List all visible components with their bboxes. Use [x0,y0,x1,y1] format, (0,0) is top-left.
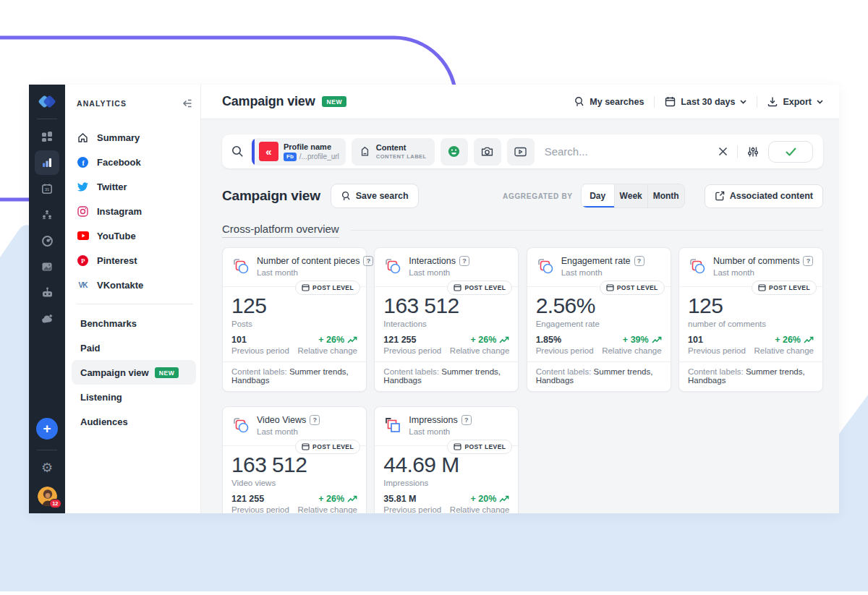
sidebar-item-instagram[interactable]: Instagram [77,199,193,223]
integrations-icon[interactable] [35,307,59,331]
sidebar-item-facebook[interactable]: f Facebook [77,150,193,174]
relative-change-label: Relative change [754,346,814,355]
help-icon[interactable]: ? [363,256,373,266]
instagram-icon [77,206,89,217]
chevron-down-icon [817,100,823,104]
relative-change-label: Relative change [450,346,509,355]
section-divider [350,230,823,231]
app-window: 31 [29,85,839,513]
post-icon [606,284,614,291]
video-filter-chip[interactable] [507,138,535,166]
help-icon[interactable]: ? [803,256,813,266]
relative-change-label: Relative change [602,346,661,355]
post-level-badge: POST LEVEL [600,281,665,295]
notification-badge: 12 [49,499,61,508]
sidebar-item-listening[interactable]: Listening [77,385,193,409]
video-icon [514,147,527,157]
calendar-icon[interactable]: 31 [35,176,59,201]
sidebar-item-youtube[interactable]: YouTube [77,223,193,248]
sidebar-item-twitter[interactable]: Twitter [77,174,193,199]
analytics-icon[interactable] [35,150,59,175]
content-labels-footer: Content labels: Summer trends, Handbags [679,361,822,391]
svg-text:P: P [81,257,85,265]
section-header: Cross-platform overview [222,223,823,238]
previous-period-label: Previous period [536,346,594,355]
help-icon[interactable]: ? [461,415,472,425]
sidenav: ANALYTICS Summary [65,85,201,513]
previous-period-value: 121 255 [383,335,441,345]
apply-search-button[interactable] [768,141,813,163]
profile-filter-chip[interactable]: « Profile name Fb /...profile_url [252,138,346,166]
metric-icon [231,256,250,286]
bot-icon[interactable] [35,281,59,305]
metric-subtitle: Last month [409,268,469,277]
date-range-dropdown[interactable]: Last 30 days [665,96,746,107]
sidebar-item-vkontakte[interactable]: VK VKontakte [77,273,193,297]
bookmark-search-icon [574,96,584,107]
user-avatar[interactable]: 12 [38,487,57,506]
help-icon[interactable]: ? [459,256,469,266]
segment-week[interactable]: Week [615,184,648,207]
segment-day[interactable]: Day [582,184,615,207]
help-icon[interactable]: ? [310,415,320,425]
search-bar: « Profile name Fb /...profile_url [222,134,823,168]
listening-icon[interactable] [35,228,59,253]
post-level-badge: POST LEVEL [295,281,360,295]
trend-up-icon [499,336,509,344]
clear-search-icon[interactable] [718,147,728,156]
previous-period-value: 1.85% [536,335,594,345]
sidebar-item-summary[interactable]: Summary [77,125,193,150]
emplifi-logo-icon[interactable] [35,90,59,114]
metric-subtitle: Last month [257,268,373,277]
metric-value: 125 [688,294,814,318]
photo-filter-chip[interactable] [474,138,501,166]
metric-value-label: Impressions [383,479,509,487]
aggregation-segmented-control: Day Week Month [581,184,685,208]
my-searches-button[interactable]: My searches [574,96,644,107]
search-input[interactable] [545,145,718,158]
content-library-icon[interactable] [35,254,59,279]
add-button[interactable]: + [36,418,58,440]
smiley-icon [448,145,460,158]
relative-change-value: + 26% [471,335,497,345]
relative-change-label: Relative change [298,505,357,513]
sentiment-filter-chip[interactable] [441,138,468,166]
export-dropdown[interactable]: Export [767,96,823,107]
sidebar-item-paid[interactable]: Paid [77,335,193,360]
sidebar-item-audiences[interactable]: Audiences [77,409,193,434]
metric-card: Interactions ? Last month POST LEVEL 163… [374,247,519,392]
associated-content-button[interactable]: Associated content [705,184,823,208]
save-search-button[interactable]: Save search [331,184,419,208]
view-toolbar: Campaign view Save search AGGREGATED BY … [222,184,823,208]
previous-period-label: Previous period [231,505,289,513]
help-icon[interactable]: ? [634,256,644,266]
rail-divider-bottom [37,450,57,450]
checkmark-icon [786,147,796,156]
section-title: Cross-platform overview [222,223,339,238]
content-labels-footer: Content labels: Summer trends, Handbags [527,361,671,391]
sidebar-item-campaign-view[interactable]: Campaign view NEW [72,360,196,385]
svg-text:31: 31 [45,187,49,192]
content-label-chip[interactable]: Content CONTENT LABEL [352,138,435,166]
trend-up-icon [652,336,662,344]
segment-month[interactable]: Month [648,184,684,207]
relative-change-value: + 39% [623,335,649,345]
collapse-sidebar-icon[interactable] [182,98,193,108]
svg-text:VK: VK [79,281,89,289]
trend-up-icon [347,336,357,344]
settings-gear-icon[interactable]: ⚙ [35,455,59,480]
post-icon [758,284,766,291]
metric-title: Video Views [257,415,306,425]
icon-rail: 31 [29,85,65,513]
metric-icon [536,256,555,286]
post-icon [454,443,461,450]
community-icon[interactable] [35,202,59,227]
vkontakte-icon: VK [77,281,89,289]
dashboard-icon[interactable] [35,124,59,149]
sidebar-item-benchmarks[interactable]: Benchmarks [77,311,193,335]
sidebar-item-pinterest[interactable]: P Pinterest [77,248,193,273]
post-icon [454,284,461,291]
filters-icon[interactable] [747,146,759,158]
profile-logo: « [259,142,278,161]
previous-period-value: 101 [688,335,746,345]
